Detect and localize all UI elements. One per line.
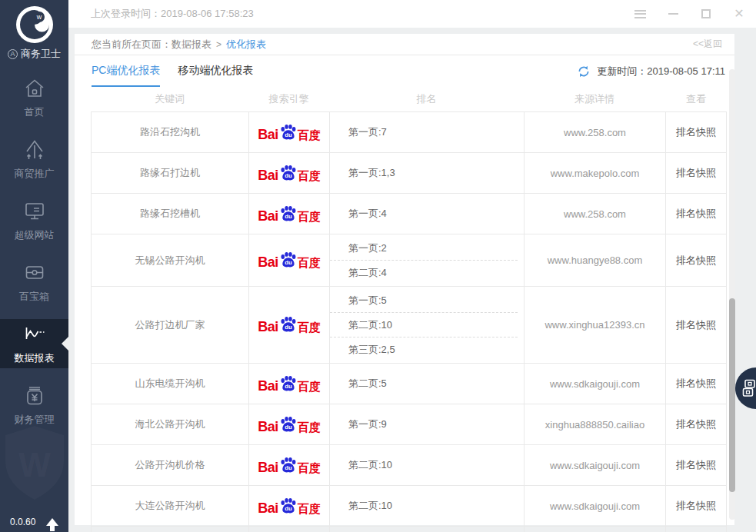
svg-text:W: W (18, 446, 51, 484)
back-link[interactable]: <<返回 (693, 38, 722, 51)
breadcrumb-current[interactable]: 优化报表 (226, 38, 266, 50)
shield-watermark-icon: W (1, 424, 68, 504)
source-url-cell: www.makepolo.com (524, 153, 665, 193)
rank-line: 第一页:2 (330, 236, 518, 261)
brand-badge-icon: A (8, 49, 18, 59)
source-url-cell: www.huangye88.com (524, 234, 665, 286)
tab-mobile-report[interactable]: 移动端优化报表 (178, 55, 253, 87)
update-arrow-icon[interactable] (46, 518, 58, 526)
snapshot-link[interactable]: 排名快照 (676, 417, 716, 431)
sidebar-item-promotion[interactable]: 商贸推广 (0, 135, 68, 184)
snapshot-link[interactable]: 排名快照 (676, 377, 716, 391)
baidu-logo-bai: Bai (258, 209, 278, 223)
baidu-paw-icon: du (279, 497, 297, 515)
rank-line: 第一页:4 (330, 202, 518, 226)
rank-cell: 第一页:2第二页:4 (329, 234, 524, 286)
rank-line: 第一页:9 (330, 413, 518, 437)
baidu-logo: Bai du 百度 (258, 316, 321, 334)
rank-cell: 第一页:1,3 (329, 153, 524, 193)
column-header: 来源详情 (524, 87, 665, 111)
rank-cell: 第一页:9 (329, 404, 524, 444)
baidu-logo-bai: Bai (258, 168, 278, 182)
maximize-button[interactable] (700, 8, 712, 19)
baidu-logo-cn: 百度 (298, 129, 321, 141)
snapshot-link[interactable]: 排名快照 (676, 125, 716, 139)
table-header-row: 关键词搜索引擎排名来源详情查看 (91, 87, 727, 111)
sidebar-item-home[interactable]: 首页 (0, 73, 68, 122)
table-row: 路缘石打边机 Bai du 百度 第一页:1,3www.makepolo.com… (91, 153, 727, 194)
engine-cell: Bai du 百度 (248, 234, 329, 286)
keyword-cell: 公路开沟机价格 (91, 445, 248, 485)
snapshot-link[interactable]: 排名快照 (676, 499, 716, 513)
sidebar-item-label: 商贸推广 (15, 167, 55, 181)
baidu-paw-icon: du (279, 416, 297, 434)
refresh-icon (577, 65, 591, 78)
table-row: 公路打边机厂家 Bai du 百度 第一页:5第二页:10第三页:2,5www.… (91, 287, 727, 364)
svg-text:w: w (35, 13, 42, 21)
view-cell: 排名快照 (665, 364, 727, 404)
sidebar-item-label: 百宝箱 (19, 290, 49, 304)
view-cell: 排名快照 (665, 234, 727, 286)
rank-line: 第三页:2,5 (330, 337, 518, 361)
sidebar-item-toolbox[interactable]: 百宝箱 (0, 258, 68, 307)
minimize-icon (668, 13, 678, 15)
brand: A 商务卫士 (0, 47, 68, 61)
minimize-button[interactable] (667, 8, 679, 19)
baidu-logo-cn: 百度 (298, 381, 321, 393)
snapshot-link[interactable]: 排名快照 (676, 458, 716, 472)
sidebar-item-website[interactable]: 超级网站 (0, 196, 68, 245)
sidebar-item-finance[interactable]: 财务管理 (0, 381, 68, 430)
sidebar-item-label: 首页 (25, 105, 45, 119)
active-item-notch (62, 337, 68, 351)
baidu-logo-bai: Bai (258, 255, 278, 269)
update-time-label: 更新时间：2019-08-05 17:11 (597, 65, 725, 78)
snapshot-link[interactable]: 排名快照 (676, 318, 716, 332)
last-login-label: 上次登录时间：2019-08-06 17:58:23 (91, 7, 254, 21)
svg-text:du: du (285, 131, 292, 138)
close-button[interactable]: ✕ (733, 8, 745, 19)
column-header: 关键词 (91, 87, 248, 111)
sidebar-item-report[interactable]: 数据报表 (0, 319, 68, 368)
keyword-cell: 路缘石打边机 (91, 153, 248, 193)
baidu-paw-icon: du (279, 375, 297, 393)
engine-cell: Bai du 百度 (248, 287, 329, 363)
baidu-paw-icon: du (279, 457, 297, 474)
window-topbar: 上次登录时间：2019-08-06 17:58:23 ✕ (68, 0, 756, 28)
scrollbar-thumb[interactable] (729, 298, 735, 492)
baidu-logo-bai: Bai (258, 461, 278, 474)
baidu-logo-bai: Bai (258, 501, 278, 515)
source-url-cell: www.258.com (524, 194, 665, 234)
baidu-logo-bai: Bai (258, 320, 278, 334)
table-row: 大连公路开沟机 Bai du 百度 第二页:10www.sdkaigouji.c… (91, 486, 727, 527)
baidu-logo: Bai du 百度 (258, 375, 321, 393)
view-cell (665, 527, 727, 532)
svg-text:du: du (285, 213, 292, 220)
sidebar: w A 商务卫士 首页 商贸推广 (0, 0, 68, 532)
rank-cell (329, 527, 524, 532)
brand-name: 商务卫士 (21, 47, 61, 61)
source-url-cell: www.258.com (524, 112, 665, 152)
table-row: 路缘石挖槽机 Bai du 百度 第一页:4www.258.com排名快照 (91, 194, 727, 234)
view-cell: 排名快照 (665, 404, 727, 444)
table-body: 路沿石挖沟机 Bai du 百度 第一页:7www.258.com排名快照路缘石… (91, 111, 727, 532)
rank-line: 第二页:4 (330, 261, 518, 284)
baidu-logo-bai: Bai (258, 128, 278, 141)
snapshot-link[interactable]: 排名快照 (676, 207, 716, 221)
source-url-cell: www.sdkaigouji.com (524, 445, 665, 485)
toolbox-icon (23, 261, 46, 284)
source-url-cell (524, 527, 665, 532)
menu-button[interactable] (634, 8, 646, 19)
website-icon (23, 200, 46, 223)
tab-pc-report[interactable]: PC端优化报表 (92, 55, 160, 87)
qr-floating-button[interactable] (735, 367, 756, 409)
engine-cell: Bai du 百度 (248, 404, 329, 444)
content-panel: 您当前所在页面：数据报表>优化报表 <<返回 PC端优化报表 移动端优化报表 更… (75, 34, 734, 525)
keyword-cell: 海北公路开沟机 (91, 404, 248, 444)
snapshot-link[interactable]: 排名快照 (676, 254, 716, 268)
svg-text:du: du (285, 172, 292, 179)
snapshot-link[interactable]: 排名快照 (676, 166, 716, 180)
keyword-cell: 公路打边机厂家 (91, 287, 248, 363)
breadcrumb-prefix: 您当前所在页面：数据报表 (92, 38, 211, 50)
refresh-button[interactable] (577, 65, 591, 78)
column-header: 搜索引擎 (248, 87, 329, 111)
